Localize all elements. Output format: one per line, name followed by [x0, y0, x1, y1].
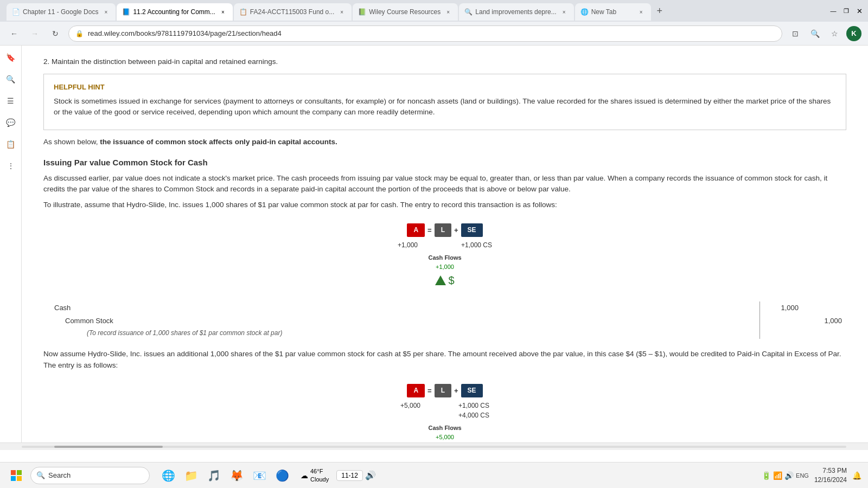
tab-tab1[interactable]: 📄Chapter 11 - Google Docs×	[7, 3, 116, 21]
minimize-button[interactable]: —	[829, 7, 838, 15]
eq2-se-box: SE	[461, 384, 483, 398]
cast-icon[interactable]: ⊡	[788, 26, 803, 41]
cash-flows-2: Cash Flows +5,000 $	[428, 423, 461, 442]
tab-close-tab6[interactable]: ×	[637, 8, 646, 16]
tab-tab6[interactable]: 🌐New Tab×	[575, 3, 651, 21]
journal-table-1: Cash 1,000 Common Stock 1,000 (To record…	[43, 301, 846, 339]
weather-temp: 46°F	[310, 467, 329, 475]
table-row: (To record issuance of 1,000 shares of $…	[43, 327, 846, 339]
svg-rect-3	[17, 476, 22, 481]
credit-cash-1	[803, 301, 846, 314]
url-text: read.wiley.com/books/9781119791034/page/…	[88, 29, 282, 37]
windows-logo-icon	[10, 469, 23, 482]
maximize-button[interactable]: ❐	[842, 7, 851, 15]
tab-close-tab3[interactable]: ×	[337, 8, 346, 16]
back-button[interactable]: ←	[7, 26, 22, 41]
weather-widget: ☁ 46°F Cloudy	[301, 467, 329, 483]
sidebar-menu-icon[interactable]: ☰	[3, 93, 18, 108]
sidebar-clipboard-icon[interactable]: 📋	[3, 137, 18, 152]
start-button[interactable]	[7, 466, 26, 485]
audio-icon[interactable]: 🔊	[365, 470, 376, 480]
taskbar-chrome-icon[interactable]: 🔵	[272, 466, 292, 485]
eq2-a-box: A	[407, 384, 425, 398]
tab-tab5[interactable]: 🔍Land improvements depre...×	[459, 3, 573, 21]
tab-tab2[interactable]: 📘11.2 Accounting for Comm...×	[117, 3, 232, 21]
search-bar[interactable]: 🔍 Search	[30, 467, 150, 484]
tab-close-tab5[interactable]: ×	[560, 8, 569, 16]
taskbar: 🔍 Search 🌐 📁 🎵 🦊 📧 🔵 ☁ 46°F Cloudy 11-12…	[0, 462, 868, 488]
taskbar-outlook-icon[interactable]: 📧	[250, 466, 269, 485]
tab-close-tab1[interactable]: ×	[101, 8, 110, 16]
cash-flows-amount-2: +5,000	[436, 433, 454, 442]
close-button[interactable]: ✕	[855, 7, 864, 15]
weather-condition: Cloudy	[310, 476, 329, 483]
url-bar[interactable]: 🔒 read.wiley.com/books/9781119791034/pag…	[68, 25, 782, 42]
notification-bell-icon[interactable]: 🔔	[852, 471, 861, 480]
eq1-a-value: +1,000	[398, 240, 418, 250]
svg-rect-1	[17, 470, 22, 475]
eq1-se-value: +1,000 CS	[461, 240, 492, 250]
forward-button[interactable]: →	[27, 26, 42, 41]
table-row: Common Stock 1,000	[43, 314, 846, 328]
tab-favicon-tab1: 📄	[12, 8, 20, 16]
tab-close-tab2[interactable]: ×	[219, 8, 227, 16]
eq1-operator2: +	[451, 223, 461, 237]
current-date: 12/16/2024	[814, 476, 847, 485]
bookmark-icon[interactable]: ☆	[827, 26, 842, 41]
tab-tab3[interactable]: 📋FA24-ACCT115003 Fund o...×	[234, 3, 352, 21]
svg-rect-0	[11, 470, 16, 475]
desc-debit-1	[760, 327, 803, 339]
taskbar-media-icon[interactable]: 🎵	[204, 466, 224, 485]
equation-diagram-2: A = L + SE +5,000 +1,000 CS +4,000 CS Ca…	[43, 377, 846, 442]
tab-title-tab1: Chapter 11 - Google Docs	[23, 8, 98, 16]
wifi-icon: 📶	[773, 471, 782, 480]
taskbar-center: 🌐 📁 🎵 🦊 📧 🔵	[158, 466, 292, 485]
taskbar-edge2-icon[interactable]: 🦊	[227, 466, 246, 485]
tab-favicon-tab4: 📗	[358, 8, 366, 16]
equation-diagram-1: A = L + SE +1,000 +1,000 CS Cash Flows +…	[43, 217, 846, 297]
cash-flows-label-2: Cash Flows	[428, 423, 461, 433]
helpful-hint-box: HELPFUL HINT Stock is sometimes issued i…	[43, 74, 846, 130]
eq2-se-value1: +1,000 CS	[458, 401, 489, 410]
helpful-hint-title: HELPFUL HINT	[54, 82, 836, 93]
sidebar-comment-icon[interactable]: 💬	[3, 115, 18, 130]
taskbar-right: 🔋 📶 🔊 ENG 7:53 PM 12/16/2024 🔔	[762, 466, 861, 485]
debit-cash-1: 1,000	[760, 301, 803, 314]
dollar-icon-1: $	[448, 272, 454, 288]
eq1-l-box: L	[435, 223, 451, 237]
debit-cs-1	[760, 314, 803, 328]
tab-title-tab2: 11.2 Accounting for Comm...	[133, 8, 215, 16]
tab-favicon-tab3: 📋	[239, 8, 247, 16]
para3: Now assume Hydro-Slide, Inc. issues an a…	[43, 349, 846, 371]
weather-icon: ☁	[301, 471, 308, 480]
user-avatar[interactable]: K	[846, 26, 861, 41]
sidebar-search-icon[interactable]: 🔍	[3, 72, 18, 87]
tab-tab4[interactable]: 📗Wiley Course Resources×	[353, 3, 458, 21]
battery-icon: 🔋	[762, 471, 771, 480]
sidebar-bookmark-icon[interactable]: 🔖	[3, 50, 18, 65]
current-time: 7:53 PM	[814, 466, 847, 476]
address-icons: ⊡ 🔍 ☆ K	[788, 26, 861, 41]
page-content: 2. Maintain the distinction between paid…	[22, 46, 868, 442]
section-heading: Issuing Par value Common Stock for Cash	[43, 157, 846, 169]
cash-flows-amount-1: +1,000	[436, 262, 454, 272]
window-controls: — ❐ ✕	[829, 7, 864, 15]
new-tab-button[interactable]: +	[652, 3, 667, 18]
svg-rect-2	[11, 476, 16, 481]
cash-arrow-up-1	[435, 275, 446, 285]
refresh-button[interactable]: ↻	[48, 26, 63, 41]
speaker-icon[interactable]: 🔊	[784, 471, 794, 480]
sidebar-more-icon[interactable]: ⋮	[3, 158, 18, 174]
zoom-icon[interactable]: 🔍	[807, 26, 822, 41]
search-label: Search	[48, 471, 71, 479]
taskbar-folder-icon[interactable]: 📁	[181, 466, 201, 485]
browser-content: 🔖 🔍 ☰ 💬 📋 ⋮ 2. Maintain the distinction …	[0, 46, 868, 442]
horizontal-scrollbar[interactable]	[0, 442, 868, 450]
table-row: Cash 1,000	[43, 301, 846, 314]
taskbar-edge-icon[interactable]: 🌐	[158, 466, 178, 485]
eq2-a-value: +5,000	[400, 401, 420, 420]
tab-close-tab4[interactable]: ×	[444, 8, 452, 16]
address-bar: ← → ↻ 🔒 read.wiley.com/books/97811197910…	[0, 22, 868, 46]
page-num-area: 11-12 🔊	[336, 470, 376, 481]
page-num-badge: 11-12	[336, 470, 363, 481]
